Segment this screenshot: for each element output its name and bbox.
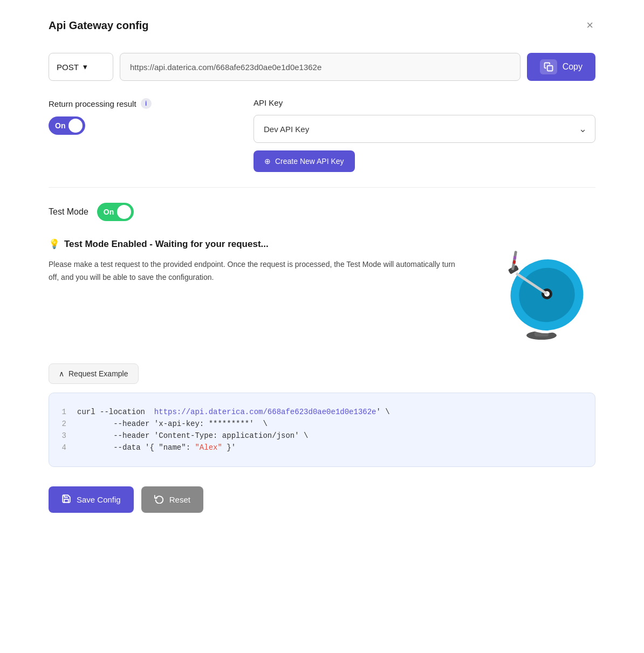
test-mode-label: Test Mode [49,207,88,217]
clipboard-icon [540,59,557,74]
return-processing-label: Return processing result i [49,98,232,109]
api-key-label: API Key [254,98,595,107]
test-mode-row: Test Mode On [49,203,595,221]
api-key-select-wrap: Dev API Key ⌄ [254,115,595,143]
code-line-2: 2 --header 'x-api-key: *********' \ [49,418,595,430]
method-label: POST [57,63,79,72]
line-num-4: 4 [49,443,77,452]
test-mode-info: 💡 Test Mode Enabled - Waiting for your r… [49,238,595,346]
line-code-2: --header 'x-api-key: *********' \ [77,420,268,428]
svg-rect-13 [513,256,517,260]
url-row: POST ▾ Copy [49,53,595,81]
save-config-label: Save Config [77,495,121,504]
method-chevron-icon: ▾ [83,62,105,72]
code-line-1: 1 curl --location https://api.daterica.c… [49,406,595,418]
test-mode-toggle-circle [117,205,131,219]
save-config-button[interactable]: Save Config [49,486,134,513]
create-api-key-button[interactable]: ⊕ Create New API Key [254,150,355,172]
code-line-3: 3 --header 'Content-Type: application/js… [49,430,595,442]
dialog-header: Api Gateway config × [49,17,595,33]
copy-button[interactable]: Copy [527,53,595,81]
toggle-on-text: On [55,121,65,130]
bottom-actions: Save Config Reset [49,486,595,513]
test-mode-toggle-text: On [104,208,114,216]
line-code-3: --header 'Content-Type: application/json… [77,431,308,440]
save-icon [61,494,71,505]
reset-button[interactable]: Reset [141,486,203,513]
line-num-2: 2 [49,420,77,428]
line-num-3: 3 [49,431,77,440]
url-input[interactable] [120,53,520,81]
request-example-toggle[interactable]: ∧ Request Example [49,363,139,384]
test-mode-description: Please make a test request to the provid… [49,258,466,284]
lightbulb-icon: 💡 [49,238,60,250]
code-block: 1 curl --location https://api.daterica.c… [49,393,595,467]
line-code-1: curl --location https://api.daterica.com… [77,408,390,416]
test-mode-toggle[interactable]: On [97,203,134,221]
return-processing-toggle[interactable]: On [49,116,85,135]
reset-label: Reset [169,495,190,504]
test-mode-title: 💡 Test Mode Enabled - Waiting for your r… [49,238,466,250]
code-line-4: 4 --data '{ "name": "Alex" }' [49,442,595,453]
api-key-section: API Key Dev API Key ⌄ ⊕ Create New API K… [254,98,595,172]
two-col-section: Return processing result i On API Key De… [49,98,595,172]
close-button[interactable]: × [584,17,595,33]
line-num-1: 1 [49,408,77,416]
method-select[interactable]: POST ▾ [49,53,113,81]
svg-rect-0 [547,66,552,71]
info-icon: i [141,98,152,109]
return-processing-section: Return processing result i On [49,98,232,172]
svg-rect-12 [513,260,516,264]
divider [49,187,595,188]
request-example-label: Request Example [68,369,128,378]
copy-label: Copy [563,62,583,72]
create-api-label: Create New API Key [275,157,344,166]
line-code-4: --data '{ "name": "Alex" }' [77,443,236,452]
test-mode-text: 💡 Test Mode Enabled - Waiting for your r… [49,238,466,284]
reset-icon [154,494,164,505]
satellite-image [488,238,595,346]
dialog-title: Api Gateway config [49,19,149,32]
chevron-up-icon: ∧ [59,369,64,378]
toggle-circle [68,119,83,133]
api-key-select[interactable]: Dev API Key [254,115,595,143]
plus-icon: ⊕ [264,157,271,166]
